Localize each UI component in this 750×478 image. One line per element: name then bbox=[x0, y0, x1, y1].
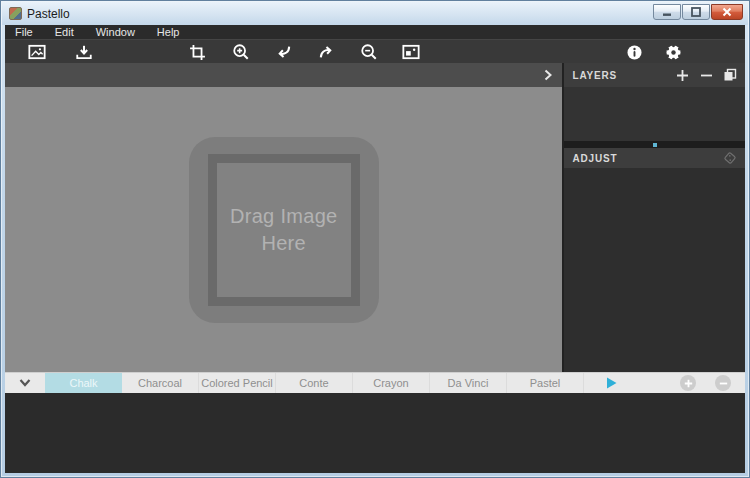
main-area: Drag Image Here LAYERS bbox=[5, 63, 745, 372]
panel-collapse-button[interactable] bbox=[539, 66, 557, 84]
compare-image-icon bbox=[402, 43, 420, 61]
close-button[interactable] bbox=[711, 4, 743, 20]
adjust-panel bbox=[564, 168, 745, 372]
zoom-out-button[interactable] bbox=[360, 43, 378, 61]
resize-grip-dot bbox=[653, 143, 657, 147]
settings-gear-icon bbox=[665, 44, 682, 61]
minus-icon bbox=[719, 379, 728, 388]
play-icon bbox=[605, 376, 618, 390]
redo-icon bbox=[317, 43, 335, 61]
plus-icon bbox=[676, 69, 689, 82]
tab-crayon[interactable]: Crayon bbox=[353, 373, 430, 393]
undo-icon bbox=[275, 43, 293, 61]
image-drop-zone[interactable]: Drag Image Here bbox=[189, 137, 379, 323]
titlebar[interactable]: Pastello bbox=[2, 2, 748, 25]
tab-da-vinci[interactable]: Da Vinci bbox=[430, 373, 507, 393]
info-icon bbox=[626, 44, 643, 61]
tab-spacer bbox=[626, 373, 680, 393]
add-layer-button[interactable] bbox=[675, 68, 689, 82]
open-image-icon bbox=[28, 43, 46, 61]
shrink-thumbnails-button[interactable] bbox=[715, 375, 731, 391]
canvas-column: Drag Image Here bbox=[5, 63, 562, 372]
canvas-header-strip bbox=[5, 63, 562, 87]
zoom-out-icon bbox=[360, 43, 378, 61]
redo-button[interactable] bbox=[317, 43, 335, 61]
play-preview-button[interactable] bbox=[596, 373, 626, 393]
open-image-button[interactable] bbox=[28, 43, 46, 61]
app-window: Pastello FileEditWindowHelp bbox=[0, 0, 750, 478]
tab-colored-pencil[interactable]: Colored Pencil bbox=[199, 373, 276, 393]
filter-tab-bar: ChalkCharcoalColored PencilConteCrayonDa… bbox=[5, 372, 745, 393]
filter-category-tabs: ChalkCharcoalColored PencilConteCrayonDa… bbox=[45, 373, 584, 393]
settings-button[interactable] bbox=[664, 43, 682, 61]
crop-button[interactable] bbox=[188, 43, 206, 61]
menu-edit[interactable]: Edit bbox=[55, 26, 74, 38]
collapse-filter-strip-button[interactable] bbox=[5, 373, 45, 393]
drop-zone-text: Drag Image Here bbox=[221, 203, 346, 256]
app-logo-icon bbox=[9, 7, 22, 20]
panel-resize-handle[interactable] bbox=[564, 141, 745, 148]
tab-charcoal[interactable]: Charcoal bbox=[122, 373, 199, 393]
minimize-icon bbox=[662, 8, 672, 17]
export-image-button[interactable] bbox=[75, 43, 93, 61]
tab-conte[interactable]: Conte bbox=[276, 373, 353, 393]
randomize-button[interactable] bbox=[723, 151, 737, 165]
right-panel: LAYERS bbox=[562, 63, 745, 372]
export-icon bbox=[75, 43, 93, 61]
info-button[interactable] bbox=[625, 43, 643, 61]
remove-layer-button[interactable] bbox=[699, 68, 713, 82]
duplicate-layers-icon bbox=[723, 68, 737, 82]
adjust-header: ADJUST bbox=[564, 148, 745, 168]
menu-file[interactable]: File bbox=[15, 26, 33, 38]
compare-image-button[interactable] bbox=[402, 43, 420, 61]
chevron-right-icon bbox=[542, 68, 554, 82]
canvas[interactable]: Drag Image Here bbox=[5, 87, 562, 372]
layers-list[interactable] bbox=[564, 87, 745, 141]
crop-icon bbox=[189, 44, 206, 61]
tab-pastel[interactable]: Pastel bbox=[507, 373, 584, 393]
dice-icon bbox=[723, 151, 737, 165]
duplicate-layer-button[interactable] bbox=[723, 68, 737, 82]
minus-icon bbox=[700, 69, 713, 82]
layers-title: LAYERS bbox=[572, 70, 616, 81]
plus-icon bbox=[684, 379, 693, 388]
drop-zone-ring: Drag Image Here bbox=[208, 154, 360, 306]
zoom-in-icon bbox=[232, 43, 250, 61]
maximize-icon bbox=[691, 7, 701, 17]
adjust-title: ADJUST bbox=[572, 153, 617, 164]
chevron-down-icon bbox=[18, 377, 32, 389]
menu-window[interactable]: Window bbox=[96, 26, 135, 38]
menu-help[interactable]: Help bbox=[157, 26, 180, 38]
tab-chalk[interactable]: Chalk bbox=[45, 373, 122, 393]
zoom-in-button[interactable] bbox=[232, 43, 250, 61]
menu-bar: FileEditWindowHelp bbox=[5, 25, 745, 39]
minimize-button[interactable] bbox=[653, 4, 681, 20]
maximize-button[interactable] bbox=[682, 4, 710, 20]
enlarge-thumbnails-button[interactable] bbox=[680, 375, 696, 391]
undo-button[interactable] bbox=[275, 43, 293, 61]
window-title: Pastello bbox=[27, 7, 70, 21]
close-icon bbox=[722, 7, 732, 17]
app-content: FileEditWindowHelp bbox=[5, 25, 745, 473]
toolbar bbox=[5, 39, 745, 63]
layers-header: LAYERS bbox=[564, 63, 745, 87]
window-controls bbox=[653, 4, 743, 20]
